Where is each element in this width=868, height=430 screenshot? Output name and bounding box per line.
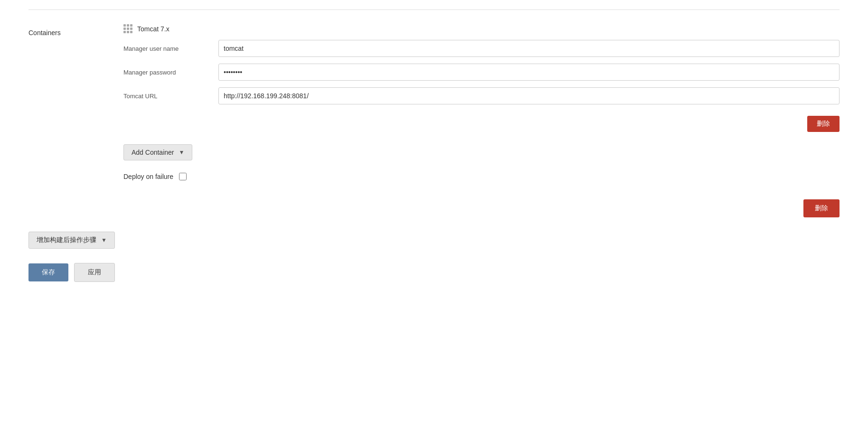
- manager-password-row: Manager password: [123, 64, 840, 81]
- action-row: 保存 应用: [28, 263, 840, 282]
- add-step-label: 增加构建后操作步骤: [37, 236, 96, 244]
- add-step-button[interactable]: 增加构建后操作步骤 ▼: [28, 232, 115, 249]
- tomcat-url-input[interactable]: [218, 87, 840, 104]
- container-header: Tomcat 7.x: [123, 24, 840, 33]
- tomcat-url-row: Tomcat URL: [123, 87, 840, 104]
- manager-username-input[interactable]: [218, 40, 840, 57]
- containers-content: Tomcat 7.x Manager user name Manager pas…: [123, 24, 840, 190]
- add-container-button[interactable]: Add Container ▼: [123, 144, 192, 160]
- manager-password-input[interactable]: [218, 64, 840, 81]
- add-step-wrapper: 增加构建后操作步骤 ▼: [28, 232, 840, 263]
- container-delete-row: 删除: [123, 111, 840, 132]
- deploy-on-failure-row: Deploy on failure: [123, 173, 840, 180]
- container-title: Tomcat 7.x: [137, 25, 170, 33]
- save-button[interactable]: 保存: [28, 263, 68, 281]
- chevron-down-icon: ▼: [179, 149, 185, 156]
- containers-label: Containers: [28, 24, 123, 190]
- chevron-down-icon-step: ▼: [101, 237, 107, 243]
- deploy-on-failure-label: Deploy on failure: [123, 173, 173, 180]
- containers-section: Containers Tomcat 7.x Man: [28, 24, 840, 190]
- drag-handle-icon: [123, 24, 132, 33]
- add-container-wrapper: Add Container ▼: [123, 141, 840, 170]
- tomcat-url-label: Tomcat URL: [123, 93, 218, 100]
- manager-username-label: Manager user name: [123, 45, 218, 52]
- manager-password-label: Manager password: [123, 69, 218, 76]
- apply-button[interactable]: 应用: [74, 263, 115, 282]
- add-container-label: Add Container: [132, 149, 174, 156]
- container-delete-button[interactable]: 删除: [807, 116, 840, 132]
- outer-delete-row: 删除: [28, 199, 840, 217]
- manager-username-row: Manager user name: [123, 40, 840, 57]
- deploy-on-failure-checkbox[interactable]: [179, 173, 187, 180]
- outer-delete-button[interactable]: 删除: [803, 199, 840, 217]
